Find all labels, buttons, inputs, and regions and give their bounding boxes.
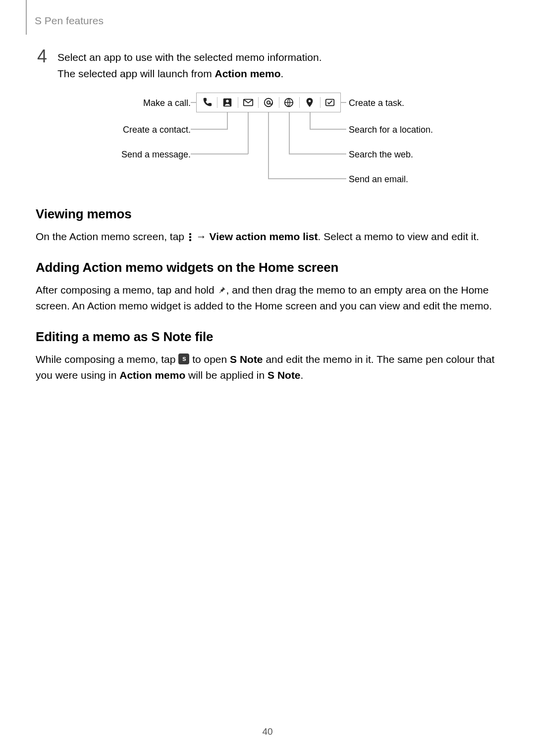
callout-create-task: Create a task. [349,99,404,107]
callout-create-contact: Create a contact. [94,125,191,134]
step-line-2: The selected app will launch from Action… [57,66,321,82]
paragraph-viewing-memos: On the Action memo screen, tap → View ac… [36,229,499,245]
step-number: 4 [36,48,49,65]
callout-search-web: Search the web. [349,150,413,159]
callout-search-location: Search for a location. [349,125,433,134]
svg-point-6 [309,100,311,102]
step-line-1: Select an app to use with the selected m… [57,50,321,66]
pin-icon [217,286,226,295]
step-body: Select an app to use with the selected m… [57,50,321,82]
section-header: S Pen features [35,15,104,27]
paragraph-editing-snote: While composing a memo, tap S to open S … [36,352,499,384]
section-viewing-memos: Viewing memos On the Action memo screen,… [36,206,499,245]
task-check-icon [320,93,340,112]
email-at-icon [258,93,278,112]
location-pin-icon [299,93,320,112]
action-memo-toolbar [196,93,341,112]
svg-point-3 [265,99,273,107]
page: S Pen features 4 Select an app to use wi… [0,0,535,756]
phone-icon [197,93,217,112]
svg-point-4 [267,101,270,104]
s-note-app-icon: S [178,353,189,364]
web-globe-icon [279,93,299,112]
callout-send-message: Send a message. [94,150,191,159]
section-editing-snote: Editing a memo as S Note file While comp… [36,329,499,384]
page-content: 4 Select an app to use with the selected… [36,50,499,390]
heading-viewing-memos: Viewing memos [36,206,499,222]
callout-send-email: Send an email. [349,175,408,184]
header-accent-line [26,0,27,35]
svg-point-1 [226,100,229,103]
page-number: 40 [0,726,535,737]
heading-adding-widgets: Adding Action memo widgets on the Home s… [36,260,499,275]
more-options-icon [187,233,193,241]
heading-editing-snote: Editing a memo as S Note file [36,329,499,345]
paragraph-adding-widgets: After composing a memo, tap and hold , a… [36,282,499,314]
action-memo-toolbar-diagram: Make a call. Create a contact. Send a me… [94,93,471,187]
callout-make-call: Make a call. [94,99,191,107]
contact-icon [217,93,237,112]
numbered-step: 4 Select an app to use with the selected… [36,50,499,82]
message-icon [238,93,258,112]
section-adding-widgets: Adding Action memo widgets on the Home s… [36,260,499,314]
